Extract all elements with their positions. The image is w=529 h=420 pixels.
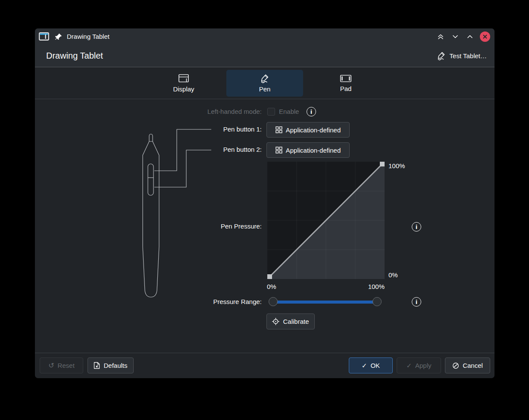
- left-handed-mode-label: Left-handed mode:: [163, 108, 262, 116]
- pen-button-2-action[interactable]: Application-defined: [266, 142, 350, 158]
- cancel-label: Cancel: [463, 362, 483, 369]
- pen-pressure-label: Pen Pressure:: [163, 223, 262, 230]
- pressure-range-label: Pressure Range:: [163, 298, 262, 306]
- cancel-icon: [452, 362, 459, 369]
- pen-icon: [260, 74, 269, 83]
- curve-y-min-label: 0%: [388, 271, 398, 279]
- curve-handle-max[interactable]: [380, 162, 385, 166]
- pin-icon: [55, 33, 63, 41]
- defaults-document-icon: [94, 362, 100, 369]
- curve-x-max-label: 100%: [358, 283, 385, 290]
- pen-button-1-action[interactable]: Application-defined: [266, 122, 350, 138]
- defaults-button[interactable]: Defaults: [88, 357, 134, 373]
- pressure-range-slider[interactable]: [269, 297, 382, 307]
- test-tablet-button[interactable]: Test Tablet…: [437, 51, 487, 60]
- tab-pad-label: Pad: [340, 85, 352, 92]
- maximize-button[interactable]: [465, 32, 475, 41]
- minimize-button[interactable]: [451, 32, 460, 41]
- double-chevron-up-icon: [437, 33, 444, 40]
- slider-track[interactable]: [272, 301, 378, 304]
- desktop-background: Drawing Tablet: [0, 0, 529, 420]
- close-button[interactable]: [480, 31, 490, 42]
- apply-button: ✓ Apply: [397, 357, 441, 373]
- slider-handle-min[interactable]: [269, 297, 278, 306]
- apply-label: Apply: [415, 362, 432, 369]
- tab-pad[interactable]: Pad: [307, 70, 384, 97]
- check-icon: ✓: [362, 362, 367, 370]
- enable-label: Enable: [279, 108, 299, 115]
- reset-icon: ↺: [48, 361, 54, 370]
- left-handed-checkbox[interactable]: [267, 108, 275, 116]
- keep-above-button[interactable]: [436, 32, 445, 41]
- pen-button-1-value: Application-defined: [286, 126, 341, 134]
- ok-label: OK: [370, 362, 380, 369]
- pressure-curve[interactable]: [267, 162, 385, 279]
- footer-separator: [35, 353, 495, 353]
- curve-y-max-label: 100%: [388, 162, 405, 169]
- chevron-up-icon: [466, 33, 473, 40]
- cancel-button[interactable]: Cancel: [445, 357, 490, 373]
- page-title: Drawing Tablet: [46, 51, 103, 61]
- left-handed-info-icon[interactable]: i: [307, 107, 316, 116]
- slider-handle-max[interactable]: [372, 297, 382, 306]
- pen-button-2-value: Application-defined: [286, 147, 341, 154]
- calibrate-button[interactable]: Calibrate: [266, 313, 315, 329]
- check-icon: ✓: [406, 362, 412, 370]
- page-header: Drawing Tablet Test Tablet…: [35, 44, 495, 67]
- pen-button-2-label: Pen button 2:: [163, 146, 262, 154]
- drawing-tablet-dialog: Drawing Tablet: [35, 28, 495, 378]
- display-icon: [178, 74, 189, 83]
- defaults-label: Defaults: [103, 362, 127, 369]
- tab-bar: Display Pen Pad: [35, 68, 495, 99]
- reset-button: ↺ Reset: [40, 357, 83, 373]
- test-tablet-label: Test Tablet…: [450, 52, 487, 60]
- pad-icon: [340, 74, 352, 83]
- titlebar[interactable]: Drawing Tablet: [35, 28, 495, 44]
- curve-handle-min[interactable]: [267, 274, 272, 279]
- tab-pen-label: Pen: [259, 85, 271, 93]
- application-grid-icon: [275, 126, 282, 133]
- crosshair-icon: [272, 318, 279, 325]
- window-title: Drawing Tablet: [67, 33, 110, 40]
- pen-button-1-label: Pen button 1:: [163, 125, 262, 133]
- ok-button[interactable]: ✓ OK: [349, 357, 393, 373]
- pen-pressure-info-icon[interactable]: i: [412, 222, 421, 232]
- tab-pen[interactable]: Pen: [226, 70, 303, 97]
- curve-x-min-label: 0%: [267, 283, 276, 290]
- application-grid-icon: [275, 147, 282, 154]
- pen-draw-icon: [437, 51, 446, 60]
- close-icon: [482, 34, 488, 39]
- tab-display-label: Display: [173, 85, 194, 93]
- calibrate-label: Calibrate: [283, 318, 309, 325]
- tab-display[interactable]: Display: [145, 70, 222, 97]
- chevron-down-icon: [452, 33, 459, 40]
- reset-label: Reset: [58, 362, 75, 369]
- app-icon: [39, 32, 49, 41]
- pressure-range-info-icon[interactable]: i: [412, 297, 421, 307]
